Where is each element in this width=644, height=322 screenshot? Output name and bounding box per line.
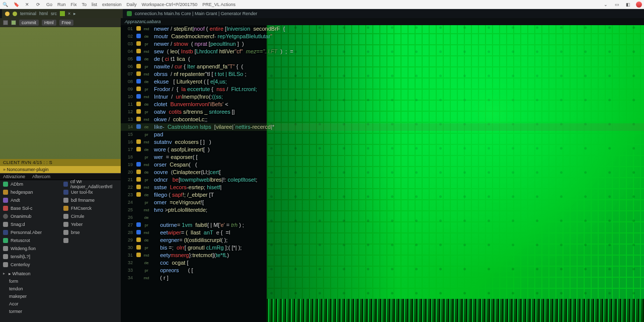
gutter-glyph[interactable]: [135, 252, 142, 259]
menu-item[interactable]: To: [82, 2, 87, 7]
code-line[interactable]: 02demoutr Casedmockmercf- repYetgnpaBlel…: [121, 33, 644, 40]
toolbar-button[interactable]: Free: [59, 20, 74, 26]
code-line[interactable]: 08deekuse [ Liturkyerot ( [ e[4,us;: [121, 78, 644, 86]
gutter-glyph[interactable]: [135, 123, 142, 131]
code-line[interactable]: 13mdokwe / cobcontoeLc;;: [121, 116, 644, 123]
code-line[interactable]: 24promer =ceVrigrouvt![: [121, 199, 644, 206]
gutter-glyph[interactable]: [135, 229, 142, 236]
bookmark-icon[interactable]: 🔖: [13, 2, 19, 8]
sidebar-item[interactable]: Personnal.Aber: [0, 228, 60, 236]
code-line[interactable]: 25mdtvro >ptrLololliteretde;: [121, 206, 644, 214]
code-line[interactable]: 22mdsstse Lecors-esrtep; hisetf|: [121, 184, 644, 191]
menu-item[interactable]: Run: [57, 2, 66, 7]
sidebar-item[interactable]: Uer tool-fix: [60, 188, 121, 196]
code-line[interactable]: 18prwer = eaporser( [: [121, 153, 644, 161]
sidebar-item[interactable]: Yeber: [60, 220, 121, 228]
gutter-glyph[interactable]: [135, 138, 142, 146]
sidebar-item[interactable]: Retuscrot: [0, 236, 60, 245]
panel-tab[interactable]: Attivazione: [3, 174, 25, 179]
sidebar-item[interactable]: hedgespan: [0, 188, 60, 196]
gutter-glyph[interactable]: [135, 55, 142, 63]
gutter-glyph[interactable]: [135, 78, 142, 86]
code-line[interactable]: 28md eetwiper= ( llast anT e { =l: [121, 229, 644, 236]
panel-tab[interactable]: Aftercom: [32, 174, 50, 179]
code-line[interactable]: 26de: [121, 214, 644, 221]
code-line[interactable]: 19mdorser Cespan( (: [121, 161, 644, 169]
restore-icon[interactable]: ◧: [625, 2, 631, 8]
tree-item[interactable]: tormer: [0, 307, 121, 315]
close-icon[interactable]: ✕: [24, 2, 30, 8]
menu-item[interactable]: Go: [46, 2, 52, 7]
menu-item[interactable]: Daily: [127, 2, 137, 7]
sidebar-section-header[interactable]: CLIENT RVN 4/15 : : S: [0, 159, 121, 166]
code-line[interactable]: 30pr bis =; olrr[ gronutl cLmRg ];( [*| …: [121, 244, 644, 252]
code-line[interactable]: 15prpad: [121, 131, 644, 138]
code-line[interactable]: 33pr opreors ( [: [121, 267, 644, 274]
caret-right-icon[interactable]: ▸: [73, 11, 76, 16]
code-line[interactable]: 20deoovre (Cinlaptecer(Ll;|cert[: [121, 169, 644, 176]
menu-item[interactable]: Fix: [71, 2, 77, 7]
checkbox-icon[interactable]: [3, 20, 8, 25]
tree-item[interactable]: makeper: [0, 292, 121, 300]
tab-close-icon[interactable]: ×: [68, 11, 70, 16]
sidebar-item[interactable]: ctf Wr /sequer_Adaf/certhrtl: [60, 180, 121, 188]
sidebar-item[interactable]: Cirrule: [60, 212, 121, 220]
gutter-glyph[interactable]: [135, 169, 142, 176]
gutter-glyph[interactable]: [135, 146, 142, 153]
gutter-glyph[interactable]: [135, 86, 142, 93]
gutter-glyph[interactable]: [135, 236, 142, 244]
gutter-glyph[interactable]: [135, 221, 142, 229]
tree-item[interactable]: form: [0, 277, 121, 285]
code-line[interactable]: 06prnawite / cur { Iter anpnendf_fa"T" {…: [121, 63, 644, 70]
sidebar-item[interactable]: Onanimub: [0, 212, 60, 220]
code-line[interactable]: 32de coc ocgat [: [121, 259, 644, 267]
gutter-glyph[interactable]: [135, 244, 142, 252]
code-line[interactable]: 11declotet Bunvernlorrvonl'iBefs' <: [121, 101, 644, 108]
code-line[interactable]: 12proatw cotits s/trenns _ sntorees [|: [121, 108, 644, 116]
code-line[interactable]: 01mdnewer / stepEnt|noof ( entire [Inive…: [121, 25, 644, 33]
code-line[interactable]: 16mdsutatnv ecolosers [ ] ): [121, 138, 644, 146]
gutter-glyph[interactable]: [135, 101, 142, 108]
menu-item[interactable]: extension: [102, 2, 122, 7]
code-line[interactable]: 31md eetymsnerg}:tretcmot](te*fL): [121, 252, 644, 259]
code-line[interactable]: 07mdobrss / nf repatenter"tI [ t tot | B…: [121, 70, 644, 78]
sidebar-item[interactable]: FMCserck: [60, 204, 121, 212]
gutter-glyph[interactable]: [135, 70, 142, 78]
code-line[interactable]: 03prnewer / stnow ( nprat [peoultlnun ] …: [121, 40, 644, 48]
minimize-icon[interactable]: ▭: [614, 2, 620, 8]
code-editor[interactable]: 01mdnewer / stepEnt|noof ( entire [Inive…: [121, 25, 644, 322]
gutter-glyph[interactable]: [135, 40, 142, 48]
open-file-tab[interactable]: connection.hs Main.hs Core | Main Grant …: [135, 11, 257, 16]
sidebar-item[interactable]: brse: [60, 228, 121, 236]
gutter-glyph[interactable]: [135, 184, 142, 191]
code-line[interactable]: 10mdIntnur / unInemp(fnro(:((ss;: [121, 93, 644, 101]
tab-label[interactable]: html: [39, 11, 48, 16]
code-line[interactable]: 05dede ( ci t1 lica (: [121, 55, 644, 63]
code-line[interactable]: 34md ( r ]: [121, 274, 644, 282]
sidebar-item[interactable]: Centerloy: [0, 261, 60, 269]
sidebar-item[interactable]: tensih[L?]: [0, 253, 60, 261]
caret-down-icon[interactable]: ⌄: [603, 2, 609, 8]
code-line[interactable]: 29de eergner= (l(ostidiliscrurpl( );: [121, 236, 644, 244]
gutter-glyph[interactable]: [135, 161, 142, 169]
tab-label[interactable]: terminal: [20, 11, 36, 16]
sidebar-item[interactable]: Base Sol-c: [0, 204, 60, 212]
gutter-glyph[interactable]: [135, 93, 142, 101]
gutter-glyph[interactable]: [135, 33, 142, 40]
gutter-glyph[interactable]: [135, 176, 142, 184]
code-line[interactable]: 04mdsew ( leo( Instb [Lhrdocnf htliVer"c…: [121, 48, 644, 55]
code-line[interactable]: 23defilego ( sapf!; /_ebtper [T: [121, 191, 644, 199]
code-line[interactable]: 14deIike- Castrolstson lstps [vilaree|`n…: [121, 123, 644, 131]
breadcrumb[interactable]: ApprazanLuabara: [121, 18, 644, 25]
menu-item[interactable]: list: [92, 2, 97, 7]
sidebar-item[interactable]: Andt: [0, 196, 60, 204]
code-line[interactable]: 17dewore ( asofpLirenort[ ): [121, 146, 644, 153]
user-avatar-icon[interactable]: [636, 2, 642, 8]
code-line[interactable]: 09prFrodor / { la eccertute { nss / Flct…: [121, 86, 644, 93]
checkbox-icon[interactable]: [11, 20, 16, 25]
gutter-glyph[interactable]: [135, 63, 142, 70]
reload-icon[interactable]: ⟳: [35, 2, 41, 8]
gutter-glyph[interactable]: [135, 25, 142, 33]
tree-item[interactable]: tendon: [0, 285, 121, 292]
toolbar-button[interactable]: Html: [42, 20, 56, 26]
